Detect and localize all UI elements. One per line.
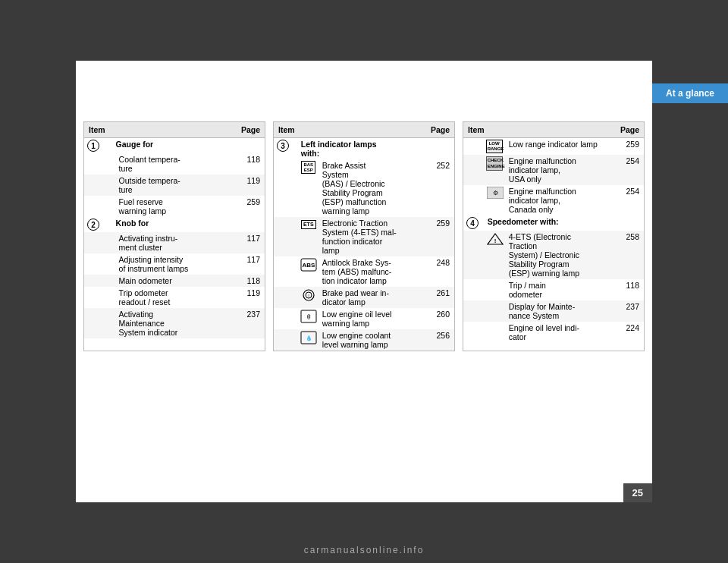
table-row: Trip odometerreadout / reset 119: [84, 287, 265, 308]
icon-brake: !: [298, 287, 319, 308]
item-ets-page: 259: [425, 217, 454, 256]
table-row: Trip / mainodometer 118: [463, 279, 644, 300]
svg-text:ABS: ABS: [302, 262, 315, 269]
section1-title: Gauge for: [113, 138, 236, 154]
item-4ets-page: 258: [615, 231, 644, 279]
table-row: Coolant tempera-ture 118: [84, 153, 265, 175]
item-display-maintenance-page: 237: [615, 300, 644, 322]
item-trip-odometer: Trip odometerreadout / reset: [113, 287, 236, 308]
icon-oil: 🛢: [298, 308, 319, 329]
table-row: Engine oil level indi-cator 224: [463, 322, 644, 343]
item-trip-odometer-page: 119: [236, 287, 265, 308]
item-fuel-reserve-page: 259: [236, 196, 265, 217]
svg-text:💧: 💧: [305, 335, 312, 341]
item-abs: Antilock Brake Sys-tem (ABS) malfunc-tio…: [319, 256, 425, 287]
table-row: Display for Mainte-nance System 237: [463, 300, 644, 322]
table-row: 1 Gauge for: [84, 138, 265, 154]
svg-text:⚙: ⚙: [492, 190, 497, 197]
table2-header: Item Page: [274, 122, 454, 138]
table3-header: Item Page: [463, 122, 644, 138]
table-row: ABS Antilock Brake Sys-tem (ABS) malfunc…: [274, 256, 454, 287]
section2-num: 2: [84, 217, 113, 232]
table-row: 4 Speedometer with:: [463, 215, 644, 231]
table-row: 2 Knob for: [84, 217, 265, 232]
item-fuel-reserve: Fuel reservewarning lamp: [113, 196, 236, 217]
section2-title: Knob for: [113, 217, 236, 232]
table-row: ! Brake pad wear in-dicator lamp 261: [274, 287, 454, 308]
table2: Item Page 3 Left indicator lampswith: BA…: [273, 121, 455, 351]
item-coolant: Low engine coolantlevel warning lamp: [319, 329, 425, 351]
item-outside-temp: Outside tempera-ture: [113, 175, 236, 196]
item-bas-esp: Brake AssistSystem(BAS) / ElectronicStab…: [319, 159, 425, 217]
website-logo: carmanualsonline.info: [304, 545, 425, 555]
icon-warning-lamp: !: [485, 231, 506, 279]
section3-num: 3: [274, 138, 298, 160]
table1-header: Item Page: [84, 122, 265, 138]
item-adjust-intensity: Adjusting intensityof instrument lamps: [113, 253, 236, 275]
engine-canada-icon: ⚙: [487, 187, 504, 199]
tables-container: Item Page 1 Gauge for Coolant tempera-tu…: [83, 121, 645, 351]
item-main-odometer-page: 118: [236, 275, 265, 287]
circle-2: 2: [87, 219, 99, 231]
table-row: ! 4-ETS (ElectronicTractionSystem) / Ele…: [463, 231, 644, 279]
item-coolant-temp: Coolant tempera-ture: [113, 153, 236, 175]
icon-coolant: 💧: [298, 329, 319, 351]
item-activating-cluster: Activating instru-ment cluster: [113, 232, 236, 253]
table3-item-header: Item: [463, 122, 615, 138]
abs-icon-svg: ABS: [300, 258, 317, 272]
item-4ets: 4-ETS (ElectronicTractionSystem) / Elect…: [506, 231, 615, 279]
table-row: ETS Electronic TractionSystem (4-ETS) ma…: [274, 217, 454, 256]
item-engine-oil-indicator-page: 224: [615, 322, 644, 343]
table2-page-header: Page: [425, 122, 454, 138]
section1-num: 1: [84, 138, 113, 154]
oil-icon-svg: 🛢: [300, 310, 317, 323]
section3-title: Left indicator lampswith:: [298, 138, 425, 160]
item-oil: Low engine oil levelwarning lamp: [319, 308, 425, 329]
item-ets: Electronic TractionSystem (4-ETS) mal-fu…: [319, 217, 425, 256]
table1-item-header: Item: [84, 122, 236, 138]
item-brake-pad: Brake pad wear in-dicator lamp: [319, 287, 425, 308]
icon-engine-canada: ⚙: [485, 185, 506, 215]
item-trip-main: Trip / mainodometer: [506, 279, 615, 300]
brake-icon-svg: !: [300, 288, 317, 302]
icon-abs: ABS: [298, 256, 319, 287]
page-number: 25: [632, 487, 643, 499]
item-engine-canada-page: 254: [615, 185, 644, 215]
item-outside-temp-page: 119: [236, 175, 265, 196]
item-maintenance-page: 237: [236, 308, 265, 338]
item-display-maintenance: Display for Mainte-nance System: [506, 300, 615, 322]
table-row: Main odometer 118: [84, 275, 265, 287]
table1-page-header: Page: [236, 122, 265, 138]
icon-ets: ETS: [298, 217, 319, 256]
table-row: 🛢 Low engine oil levelwarning lamp 260: [274, 308, 454, 329]
table-row: CHECKENGINE Engine malfunctionindicator …: [463, 155, 644, 185]
item-adjust-intensity-page: 117: [236, 253, 265, 275]
item-coolant-page: 256: [425, 329, 454, 351]
item-coolant-temp-page: 118: [236, 153, 265, 175]
table3-page-header: Page: [615, 122, 644, 138]
warning-icon-svg: !: [487, 232, 504, 246]
table-row: BASESP Brake AssistSystem(BAS) / Electro…: [274, 159, 454, 217]
svg-text:!: !: [308, 294, 309, 298]
icon-low-range: LOWRANGE: [485, 138, 506, 156]
item-low-range-page: 259: [615, 138, 644, 156]
coolant-icon-svg: 💧: [300, 331, 317, 344]
item-engine-usa-page: 254: [615, 155, 644, 185]
section4-title: Speedometer with:: [485, 215, 615, 231]
item-low-range: Low range indicator lamp: [506, 138, 615, 156]
table-row: Adjusting intensityof instrument lamps 1…: [84, 253, 265, 275]
item-brake-pad-page: 261: [425, 287, 454, 308]
section1-page: [236, 138, 265, 154]
circle-1: 1: [87, 140, 99, 152]
section4-num: 4: [463, 215, 485, 231]
table3: Item Page LOWRANGE Low range indicator l…: [463, 121, 645, 351]
table-row: ⚙ Engine malfunctionindicator lamp,Canad…: [463, 185, 644, 215]
item-engine-oil-indicator: Engine oil level indi-cator: [506, 322, 615, 343]
table-row: 💧 Low engine coolantlevel warning lamp 2…: [274, 329, 454, 351]
circle-4: 4: [466, 217, 479, 229]
at-a-glance-tab: At a glance: [652, 83, 728, 103]
item-oil-page: 260: [425, 308, 454, 329]
table-row: Outside tempera-ture 119: [84, 175, 265, 196]
icon-bas-esp: BASESP: [298, 159, 319, 217]
table1: Item Page 1 Gauge for Coolant tempera-tu…: [83, 121, 265, 351]
